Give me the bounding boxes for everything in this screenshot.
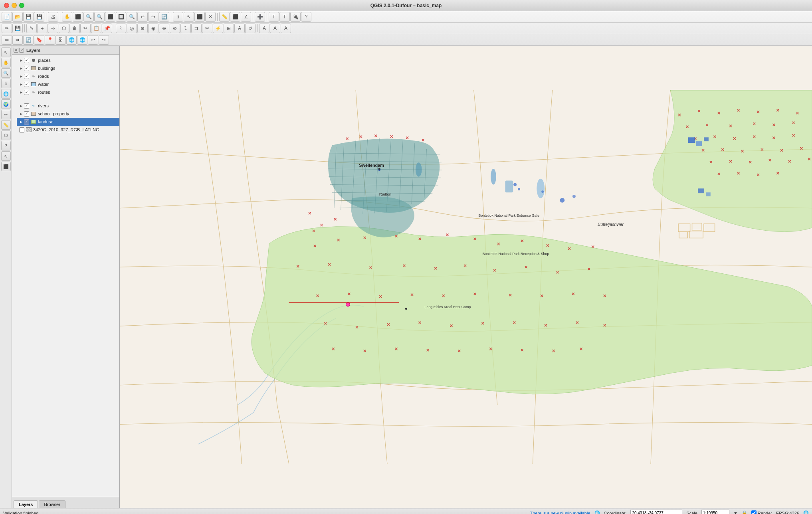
merge-attr-btn[interactable]: A — [234, 24, 245, 33]
add-wcs-btn[interactable]: 🌐 — [77, 35, 87, 45]
close-panel-btn[interactable]: ✕ — [14, 48, 18, 53]
expand-rivers[interactable]: ▶ — [19, 104, 23, 108]
zoom-to-previous-btn[interactable]: ↩ — [137, 12, 148, 22]
check-buildings[interactable]: ✓ — [24, 66, 29, 71]
scale-input[interactable] — [701, 510, 729, 514]
print-btn[interactable]: 🖨 — [48, 12, 58, 22]
copy-features-btn[interactable]: 📋 — [91, 24, 101, 33]
add-wms-btn[interactable]: 🌐 — [66, 35, 77, 45]
plugins-btn[interactable]: 🔌 — [290, 12, 301, 22]
check-raster[interactable] — [19, 127, 24, 132]
map-canvas[interactable]: Swellendam Railton Bontebok National Par… — [120, 46, 812, 508]
window-controls[interactable] — [4, 3, 24, 8]
pan-map-btn[interactable]: ⬛ — [73, 12, 83, 22]
tab-browser[interactable]: Browser — [39, 500, 65, 508]
wave-tool[interactable]: ∿ — [1, 151, 11, 161]
scale-arrow[interactable]: ▼ — [733, 511, 738, 514]
query-tool[interactable]: ? — [1, 141, 11, 150]
label-edit-btn[interactable]: A — [259, 24, 269, 33]
check-water[interactable]: ✓ — [24, 82, 29, 87]
measure-angle-btn[interactable]: ∠ — [241, 12, 251, 22]
simplify-btn[interactable]: ⌇ — [116, 24, 126, 33]
expand-school-property[interactable]: ▶ — [19, 112, 23, 116]
select-tool[interactable]: ↖ — [1, 47, 11, 57]
save-project-btn[interactable]: 💾 — [23, 12, 34, 22]
zoom-to-next-btn[interactable]: ↪ — [148, 12, 158, 22]
layer-item-buildings[interactable]: ▶ ✓ buildings — [17, 64, 119, 72]
redo-btn[interactable]: ↪ — [99, 35, 109, 45]
pan-btn[interactable]: ✋ — [62, 12, 72, 22]
add-ring-btn[interactable]: ◎ — [127, 24, 137, 33]
layer-item-landuse[interactable]: ▶ ✓ landuse — [17, 118, 119, 126]
check-landuse[interactable]: ✓ — [24, 119, 29, 125]
expand-places[interactable]: ▶ — [19, 58, 23, 62]
add-feature-btn[interactable]: ＋ — [37, 24, 48, 33]
expand-roads[interactable]: ▶ — [19, 74, 23, 78]
cut-features-btn[interactable]: ✂ — [80, 24, 91, 33]
merge-selected-btn[interactable]: ⊞ — [224, 24, 234, 33]
reload-btn[interactable]: 🔄 — [23, 35, 34, 45]
select-rect-btn[interactable]: ⬛ — [194, 12, 205, 22]
help-btn[interactable]: ? — [301, 12, 311, 22]
check-rivers[interactable]: ✓ — [24, 103, 29, 109]
zoom-tool[interactable]: 🔍 — [1, 68, 11, 78]
node-tool-btn[interactable]: ⬡ — [59, 24, 69, 33]
reshape-btn[interactable]: ⤵ — [180, 24, 191, 33]
pan-tool[interactable]: ✋ — [1, 58, 11, 67]
paste-features-btn[interactable]: 📌 — [102, 24, 112, 33]
check-places[interactable]: ✓ — [24, 58, 29, 63]
digitize-btn[interactable]: ✎ — [26, 24, 37, 33]
refresh-btn[interactable]: 🔄 — [159, 12, 169, 22]
minimize-button[interactable] — [12, 3, 17, 8]
sidebar-close-buttons[interactable]: ✕ ⤢ — [14, 48, 24, 53]
zoom-to-selection-btn[interactable]: 🔍 — [127, 12, 137, 22]
deselect-btn[interactable]: ✕ — [205, 12, 216, 22]
select-feature-btn[interactable]: ↖ — [184, 12, 194, 22]
close-button[interactable] — [4, 3, 9, 8]
globe-tool[interactable]: 🌐 — [1, 89, 11, 99]
split-features-btn[interactable]: ✂ — [202, 24, 212, 33]
expand-routes[interactable]: ▶ — [19, 90, 23, 94]
new-project-btn[interactable]: 📄 — [2, 12, 12, 22]
measure-btn[interactable]: 📏 — [219, 12, 230, 22]
layer-item-places[interactable]: ▶ ✓ places — [17, 56, 119, 64]
layer-item-raster[interactable]: 3420C_2010_327_RGB_LATLNG — [12, 126, 119, 134]
pencil-tool[interactable]: ✏ — [1, 110, 11, 119]
split-parts-btn[interactable]: ⚡ — [213, 24, 223, 33]
delete-selected-btn[interactable]: 🗑 — [69, 24, 80, 33]
layer-item-routes[interactable]: ▶ ✓ ∿ routes — [17, 88, 119, 96]
expand-raster[interactable] — [14, 128, 18, 132]
fill-ring-btn[interactable]: ◉ — [148, 24, 158, 33]
expand-water[interactable]: ▶ — [19, 82, 23, 86]
back-btn[interactable]: ⬅ — [2, 35, 12, 45]
render-checkbox[interactable] — [751, 510, 757, 514]
earth-tool[interactable]: 🌍 — [1, 99, 11, 109]
offset-curve-btn[interactable]: ⇉ — [191, 24, 202, 33]
zoom-to-layer-btn[interactable]: 🔲 — [116, 12, 126, 22]
render-checkbox-label[interactable]: Render — [751, 510, 772, 514]
bookmark-btn[interactable]: 🔖 — [34, 35, 44, 45]
show-hide-label-btn[interactable]: A — [281, 24, 291, 33]
layer-properties-btn[interactable]: T — [269, 12, 279, 22]
add-postgis-btn[interactable]: 🗄 — [55, 35, 66, 45]
check-school-property[interactable]: ✓ — [24, 111, 29, 117]
layer-item-rivers[interactable]: ▶ ✓ ∿ rivers — [17, 102, 119, 110]
zoom-out-btn[interactable]: 🔍 — [94, 12, 105, 22]
plugin-link[interactable]: There is a new plugin available — [530, 511, 590, 514]
undock-panel-btn[interactable]: ⤢ — [19, 48, 24, 53]
undo-btn[interactable]: ↩ — [88, 35, 98, 45]
add-layer-btn[interactable]: ➕ — [255, 12, 265, 22]
tab-layers[interactable]: Layers — [14, 500, 38, 508]
epsg-icon[interactable]: 🌐 — [803, 510, 809, 514]
delete-part-btn[interactable]: ⊗ — [170, 24, 180, 33]
layer-item-roads[interactable]: ▶ ✓ ∿ roads — [17, 72, 119, 80]
layer-item-school-property[interactable]: ▶ ✓ school_property — [17, 110, 119, 118]
maximize-button[interactable] — [19, 3, 24, 8]
check-roads[interactable]: ✓ — [24, 74, 29, 79]
zoom-rubber-band-btn[interactable]: ⬛ — [105, 12, 115, 22]
labeling-btn[interactable]: T — [279, 12, 290, 22]
measure-area-btn[interactable]: ⬛ — [230, 12, 240, 22]
identify-btn[interactable]: ℹ — [173, 12, 183, 22]
open-project-btn[interactable]: 📂 — [12, 12, 23, 22]
rotate-point-btn[interactable]: ↺ — [245, 24, 255, 33]
